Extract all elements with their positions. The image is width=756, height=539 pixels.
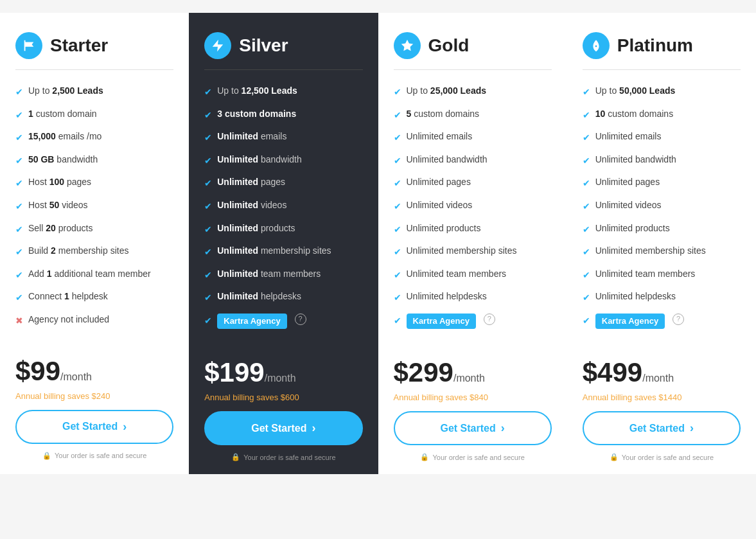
question-icon[interactable]: ? [672, 314, 684, 325]
plan-card-platinum: Platinum✔Up to 50,000 Leads✔10 custom do… [567, 13, 756, 474]
feature-text: Unlimited team members [595, 268, 696, 281]
check-icon: ✔ [204, 315, 212, 328]
feature-item: ✔Unlimited bandwidth [204, 149, 362, 172]
price-section: $199/monthAnnual billing saves $600Get S… [204, 349, 362, 461]
arrow-icon: › [312, 421, 316, 435]
feature-item: ✔Build 2 membership sites [15, 240, 173, 263]
feature-item: ✔Up to 2,500 Leads [15, 80, 173, 103]
annual-savings: Annual billing saves $240 [15, 391, 173, 401]
features-list-gold: ✔Up to 25,000 Leads✔5 custom domains✔Unl… [394, 80, 552, 333]
feature-text: 50 GB bandwidth [28, 154, 98, 166]
check-icon: ✔ [204, 109, 212, 122]
arrow-icon: › [123, 420, 127, 434]
get-started-button[interactable]: Get Started› [394, 411, 552, 445]
feature-text: 15,000 emails /mo [28, 130, 101, 143]
price-amount: $299/month [394, 359, 552, 386]
feature-item: ✔10 custom domains [583, 103, 741, 127]
feature-text: Unlimited team members [217, 268, 321, 281]
feature-item: ✔Unlimited pages [204, 172, 362, 195]
feature-text: Unlimited products [217, 222, 295, 235]
feature-text: Host 50 videos [28, 199, 88, 212]
feature-text: Unlimited membership sites [217, 245, 331, 258]
annual-savings: Annual billing saves $600 [204, 393, 362, 402]
feature-item: ✔Host 50 videos [15, 195, 173, 218]
feature-text: Connect 1 helpdesk [28, 290, 108, 303]
feature-item: ✔Unlimited products [583, 218, 741, 241]
feature-text: Sell 20 products [28, 222, 92, 235]
price-section: $499/monthAnnual billing saves $1440Get … [583, 349, 741, 461]
feature-item: ✔Unlimited emails [394, 126, 552, 149]
feature-item: ✔Host 100 pages [15, 172, 173, 195]
per-month: /month [265, 373, 296, 384]
check-icon: ✔ [15, 177, 23, 190]
lock-icon: 🔒 [610, 453, 619, 461]
arrow-icon: › [690, 421, 694, 435]
check-icon: ✔ [583, 246, 590, 259]
secure-text: 🔒Your order is safe and secure [394, 453, 552, 461]
features-list-starter: ✔Up to 2,500 Leads✔1 custom domain✔15,00… [15, 80, 173, 332]
check-icon: ✔ [583, 200, 590, 213]
agency-badge: Kartra Agency [407, 314, 476, 329]
pricing-container: Starter✔Up to 2,500 Leads✔1 custom domai… [0, 13, 756, 474]
features-list-silver: ✔Up to 12,500 Leads✔3 custom domains✔Unl… [204, 80, 362, 333]
feature-item: ✖Agency not included [15, 309, 173, 332]
check-icon: ✔ [15, 200, 23, 213]
agency-badge: Kartra Agency [595, 314, 665, 329]
secure-text: 🔒Your order is safe and secure [204, 453, 362, 461]
feature-text: Agency not included [28, 314, 109, 326]
feature-item: ✔Unlimited products [204, 218, 362, 241]
check-icon: ✔ [394, 109, 401, 122]
check-icon: ✔ [15, 224, 23, 236]
feature-item: ✔Unlimited helpdesks [394, 286, 552, 309]
feature-text: Unlimited bandwidth [407, 154, 488, 166]
feature-item: ✔Unlimited team members [204, 263, 362, 287]
question-icon[interactable]: ? [484, 314, 495, 325]
cross-icon: ✖ [15, 315, 23, 328]
feature-text: Up to 2,500 Leads [28, 85, 103, 98]
plan-name: Starter [50, 35, 108, 56]
features-list-platinum: ✔Up to 50,000 Leads✔10 custom domains✔Un… [583, 80, 741, 333]
get-started-button[interactable]: Get Started› [15, 410, 173, 444]
feature-item: ✔Connect 1 helpdesk [15, 286, 173, 309]
feature-item: ✔Up to 12,500 Leads [204, 80, 362, 103]
check-icon: ✔ [204, 246, 212, 259]
per-month: /month [453, 373, 485, 384]
feature-item: ✔Unlimited membership sites [204, 240, 362, 263]
secure-label: Your order is safe and secure [243, 454, 335, 461]
secure-label: Your order is safe and secure [622, 454, 714, 461]
bolt-icon [204, 32, 231, 59]
check-icon: ✔ [394, 246, 401, 259]
feature-item: ✔Sell 20 products [15, 218, 173, 241]
check-icon: ✔ [394, 132, 401, 145]
check-icon: ✔ [394, 200, 401, 213]
feature-text: Unlimited helpdesks [217, 290, 301, 303]
check-icon: ✔ [204, 292, 212, 305]
feature-item: ✔Unlimited emails [583, 126, 741, 149]
flag-icon [15, 32, 42, 59]
check-icon: ✔ [583, 109, 590, 122]
feature-text: Unlimited pages [407, 176, 471, 189]
feature-item: ✔5 custom domains [394, 103, 552, 127]
secure-label: Your order is safe and secure [55, 452, 146, 459]
secure-text: 🔒Your order is safe and secure [15, 452, 173, 460]
plan-header-starter: Starter [15, 32, 173, 70]
feature-item: ✔Unlimited membership sites [583, 240, 741, 263]
get-started-button[interactable]: Get Started› [583, 411, 741, 445]
feature-text: Unlimited products [595, 222, 670, 235]
plan-name: Platinum [617, 35, 693, 56]
check-icon: ✔ [583, 86, 590, 99]
plan-card-gold: Gold✔Up to 25,000 Leads✔5 custom domains… [378, 13, 567, 474]
feature-item: ✔Unlimited helpdesks [204, 286, 362, 309]
get-started-button[interactable]: Get Started› [204, 411, 362, 445]
feature-text: 3 custom domains [217, 108, 296, 121]
question-icon[interactable]: ? [295, 314, 306, 325]
check-icon: ✔ [204, 224, 212, 236]
feature-item: ✔Unlimited bandwidth [394, 149, 552, 172]
lock-icon: 🔒 [231, 453, 240, 461]
check-icon: ✔ [204, 86, 212, 99]
feature-text: Up to 25,000 Leads [407, 85, 487, 98]
feature-text: Host 100 pages [28, 176, 91, 189]
feature-item: ✔Unlimited pages [583, 172, 741, 195]
feature-text: 10 custom domains [595, 108, 673, 121]
feature-item: ✔Up to 50,000 Leads [583, 80, 741, 103]
